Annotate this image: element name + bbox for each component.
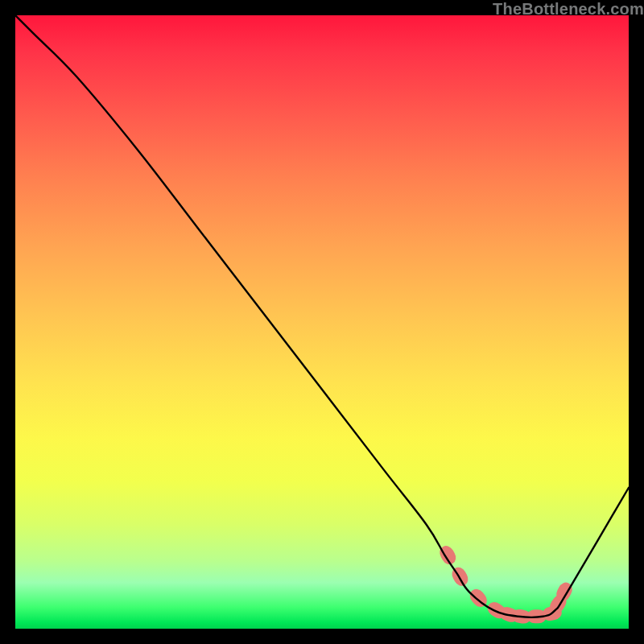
chart-svg bbox=[15, 15, 629, 629]
bottleneck-curve-path bbox=[15, 15, 629, 617]
watermark-text: TheBottleneck.com bbox=[493, 0, 644, 19]
chart-frame: TheBottleneck.com bbox=[0, 0, 644, 644]
plot-area bbox=[15, 15, 629, 629]
